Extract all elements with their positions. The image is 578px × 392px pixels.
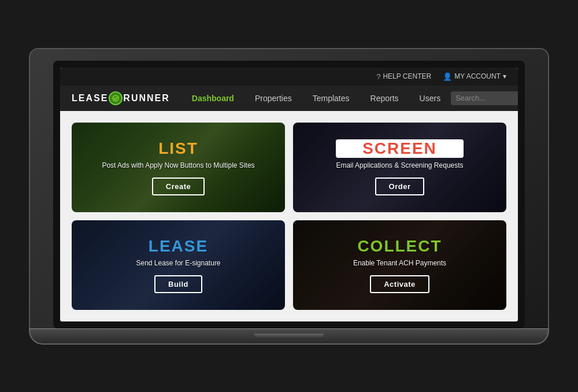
logo-runner: RUNNER (123, 93, 169, 103)
laptop-hinge (254, 334, 324, 338)
nav-reports[interactable]: Reports (360, 86, 409, 111)
help-center-label: HELP CENTER (383, 72, 431, 80)
collect-card-title: COLLECT (357, 237, 442, 256)
lease-card-desc: Send Lease for E-signature (136, 259, 220, 267)
nav-links: Dashboard Properties Templates Reports U… (181, 86, 451, 111)
logo-text: LEASE RUNNER (72, 91, 170, 105)
collect-activate-button[interactable]: Activate (370, 275, 429, 293)
list-card: LIST Post Ads with Apply Now Buttons to … (72, 123, 285, 212)
help-icon: ? (376, 72, 380, 81)
search-bar[interactable]: 🔍 (451, 91, 518, 105)
lease-card-title: LEASE (149, 237, 208, 256)
list-card-title: LIST (158, 139, 198, 158)
screen-card-title: SCREEN (336, 139, 463, 158)
screen-bezel: ? HELP CENTER 👤 MY ACCOUNT ▾ LEASE (53, 61, 525, 328)
list-create-button[interactable]: Create (152, 177, 205, 195)
collect-card-content: COLLECT Enable Tenant ACH Payments Activ… (353, 237, 446, 293)
app-screen: ? HELP CENTER 👤 MY ACCOUNT ▾ LEASE (60, 68, 518, 321)
nav-users[interactable]: Users (409, 86, 451, 111)
screen-card-desc: Email Applications & Screening Requests (336, 161, 463, 169)
my-account-button[interactable]: 👤 MY ACCOUNT ▾ (443, 72, 506, 81)
screen-card-content: SCREEN Email Applications & Screening Re… (336, 139, 463, 195)
laptop-bottom (29, 328, 549, 345)
screen-card: SCREEN Email Applications & Screening Re… (293, 123, 506, 212)
nav-dashboard[interactable]: Dashboard (181, 86, 244, 111)
search-input[interactable] (455, 94, 518, 102)
logo-lease: LEASE (72, 93, 108, 103)
screen-order-button[interactable]: Order (375, 177, 425, 195)
cards-grid: LIST Post Ads with Apply Now Buttons to … (72, 123, 506, 310)
lease-card-content: LEASE Send Lease for E-signature Build (136, 237, 220, 293)
lease-build-button[interactable]: Build (154, 275, 202, 293)
main-content: LIST Post Ads with Apply Now Buttons to … (60, 111, 518, 321)
top-bar: ? HELP CENTER 👤 MY ACCOUNT ▾ (60, 68, 518, 86)
laptop-top: ? HELP CENTER 👤 MY ACCOUNT ▾ LEASE (29, 48, 549, 328)
nav-templates[interactable]: Templates (302, 86, 360, 111)
logo-icon (109, 91, 123, 105)
logo: LEASE RUNNER (72, 86, 170, 111)
lease-card: LEASE Send Lease for E-signature Build (72, 220, 285, 310)
account-icon: 👤 (443, 72, 452, 81)
account-chevron-icon: ▾ (503, 72, 506, 80)
collect-card-desc: Enable Tenant ACH Payments (353, 259, 446, 267)
list-card-content: LIST Post Ads with Apply Now Buttons to … (102, 139, 254, 195)
nav-properties[interactable]: Properties (244, 86, 302, 111)
laptop-shell: ? HELP CENTER 👤 MY ACCOUNT ▾ LEASE (29, 48, 549, 345)
help-center-button[interactable]: ? HELP CENTER (376, 72, 431, 81)
my-account-label: MY ACCOUNT (454, 72, 501, 80)
list-card-desc: Post Ads with Apply Now Buttons to Multi… (102, 161, 254, 169)
collect-card: COLLECT Enable Tenant ACH Payments Activ… (293, 220, 506, 310)
nav-bar: LEASE RUNNER Dashboard P (60, 86, 518, 111)
